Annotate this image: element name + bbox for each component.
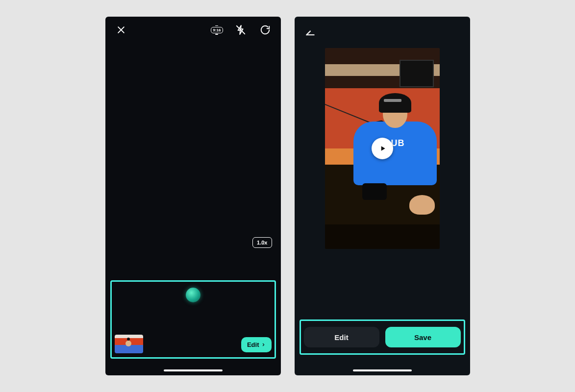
action-buttons-highlight: Edit Save <box>300 319 465 355</box>
preview-screen: Edit Save <box>295 17 470 375</box>
play-button[interactable] <box>372 138 393 159</box>
edit-button[interactable]: Edit <box>304 327 379 347</box>
preview-caption-strip <box>325 224 440 249</box>
camera-topbar: 9:16 <box>105 17 281 43</box>
edit-button[interactable]: Edit <box>241 337 272 352</box>
close-icon[interactable] <box>114 23 128 37</box>
play-icon <box>379 145 387 152</box>
capture-controls-highlight: Edit <box>110 280 276 359</box>
camera-screen: 9:16 1.0x Edit <box>105 17 281 375</box>
chevron-right-icon <box>261 343 266 347</box>
video-preview[interactable] <box>325 48 440 249</box>
edit-button-label: Edit <box>247 341 259 348</box>
person-beanie <box>379 93 411 113</box>
home-indicator <box>164 369 223 371</box>
person-hand <box>409 195 435 215</box>
gallery-thumbnail[interactable] <box>115 335 143 353</box>
aspect-ratio-button[interactable]: 9:16 <box>211 27 223 33</box>
desk-camera <box>362 183 387 200</box>
wall-poster <box>400 60 434 87</box>
flip-camera-icon[interactable] <box>258 23 272 37</box>
back-icon[interactable] <box>303 26 318 41</box>
camera-topbar-actions: 9:16 <box>211 23 272 37</box>
shutter-button[interactable] <box>186 288 200 302</box>
edit-button-label: Edit <box>334 333 348 342</box>
tutorial-two-screens: 9:16 1.0x Edit <box>0 0 575 392</box>
save-button[interactable]: Save <box>385 327 461 347</box>
home-indicator <box>353 369 412 371</box>
person-torso <box>353 122 437 185</box>
flash-off-icon[interactable] <box>234 23 248 37</box>
save-button-label: Save <box>414 333 431 342</box>
zoom-level-button[interactable]: 1.0x <box>252 237 272 248</box>
